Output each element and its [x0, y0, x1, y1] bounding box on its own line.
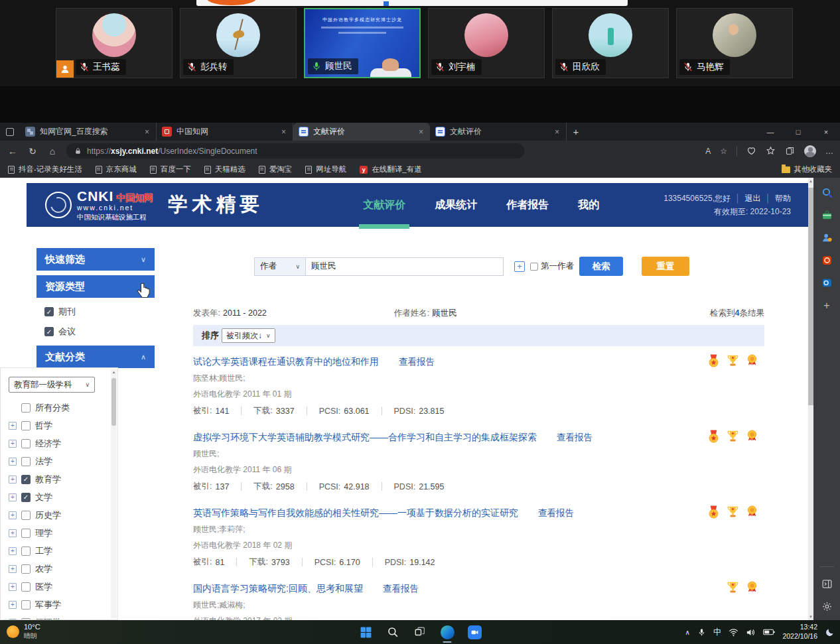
participant-tile-tianxinxin[interactable]: 田欣欣 [552, 8, 669, 78]
category-item[interactable]: +✓文学 [9, 491, 117, 503]
expand-icon[interactable]: + [9, 458, 17, 466]
reset-button[interactable]: 重置 [642, 257, 689, 276]
start-button[interactable] [358, 624, 374, 640]
page-scrollbar[interactable]: ▲ ▼ [808, 178, 813, 620]
settings-gear-icon[interactable] [821, 601, 833, 612]
task-view-button[interactable] [412, 624, 428, 640]
checkbox[interactable]: ✓ [21, 600, 31, 610]
tab-close-icon[interactable]: × [143, 127, 151, 137]
resource-option-journal[interactable]: ✓ 期刊 [44, 306, 155, 318]
profile-avatar-icon[interactable] [804, 145, 816, 157]
category-scrollbar[interactable]: ▲ [111, 369, 117, 618]
bookmark-item[interactable]: 网址导航 [305, 164, 346, 174]
edge-browser-button[interactable] [439, 624, 455, 640]
first-author-checkbox[interactable]: 第一作者 [530, 261, 574, 272]
taxonomy-select[interactable]: 教育部一级学科 ∨ [9, 377, 95, 393]
expand-icon[interactable]: + [9, 547, 17, 555]
close-icon[interactable]: × [812, 123, 840, 141]
participant-tile-gushimin[interactable]: 中国外语教学多模态研究博士沙龙 顾世民 [304, 8, 421, 78]
search-field-select[interactable]: 作者 ∨ [254, 257, 306, 276]
result-title-link[interactable]: 虚拟学习环境下大学英语辅助教学模式研究——合作学习和自主学习的集成框架探索 [193, 432, 537, 442]
sidebar-search-icon[interactable] [821, 187, 833, 198]
hidden-icons-chevron[interactable]: ∧ [685, 629, 690, 636]
bookmark-item[interactable]: 天猫精选 [204, 164, 245, 174]
expand-icon[interactable]: + [9, 565, 17, 573]
sidebar-add-icon[interactable]: + [823, 300, 829, 312]
speaker-icon[interactable] [746, 628, 756, 637]
bookmark-item[interactable]: 爱淘宝 [259, 164, 293, 174]
taskbar-clock[interactable]: 13:42 2022/10/16 [782, 623, 817, 641]
doc-category-header[interactable]: 文献分类 ∧ [36, 346, 155, 368]
category-item[interactable]: +✓军事学 [9, 599, 117, 610]
category-item[interactable]: +✓医学 [9, 581, 117, 592]
search-input[interactable] [306, 257, 504, 276]
checkbox[interactable]: ✓ [21, 439, 31, 448]
sidebar-account-icon[interactable] [821, 232, 833, 243]
checkbox[interactable]: ✓ [21, 547, 31, 556]
category-item[interactable]: +✓农学 [9, 563, 117, 574]
expand-icon[interactable]: + [9, 440, 17, 448]
add-condition-icon[interactable]: + [514, 261, 525, 272]
url-field[interactable]: https://xsjy.cnki.net/UserIndex/SingleDo… [66, 143, 524, 159]
participant-tile-liuyunan[interactable]: 刘宇楠 [428, 8, 545, 78]
expand-icon[interactable]: + [9, 583, 17, 591]
add-favorite-icon[interactable]: ☆ [720, 147, 727, 156]
expand-icon[interactable]: + [9, 476, 17, 483]
category-item[interactable]: +✓教育学 [9, 474, 117, 485]
tab-close-icon[interactable]: × [553, 127, 561, 137]
expand-icon[interactable]: + [9, 422, 17, 430]
category-item[interactable]: +✓法学 [9, 456, 117, 467]
home-icon[interactable]: ⌂ [46, 146, 58, 157]
expand-icon[interactable]: + [9, 493, 17, 501]
browser-tab[interactable]: 中国知网 × [157, 123, 293, 141]
scroll-up-icon[interactable]: ▲ [111, 370, 117, 374]
sidebar-office-icon[interactable] [821, 255, 833, 266]
view-report-link[interactable]: 查看报告 [557, 432, 593, 442]
wifi-icon[interactable] [729, 628, 738, 637]
new-tab-button[interactable]: + [567, 126, 585, 137]
checkbox[interactable]: ✓ [44, 307, 54, 316]
category-item[interactable]: ✓所有分类 [9, 402, 117, 413]
scrollbar-thumb[interactable] [808, 188, 813, 405]
view-report-link[interactable]: 查看报告 [383, 584, 419, 594]
ime-indicator[interactable]: 中 [713, 627, 722, 638]
result-title-link[interactable]: 试论大学英语课程在通识教育中的地位和作用 [193, 356, 379, 367]
expand-icon[interactable]: + [9, 511, 17, 519]
checkbox[interactable]: ✓ [21, 529, 31, 538]
checkbox[interactable]: ✓ [21, 564, 31, 574]
category-item[interactable]: +✓哲学 [9, 420, 117, 431]
resource-option-conference[interactable]: ✓ 会议 [44, 326, 155, 338]
collections-icon[interactable] [785, 146, 795, 156]
browser-tab[interactable]: 知网官网_百度搜索 × [20, 123, 157, 141]
maximize-icon[interactable]: □ [784, 123, 812, 141]
tab-close-icon[interactable]: × [280, 127, 287, 137]
category-item[interactable]: +✓历史学 [9, 509, 117, 521]
sort-select[interactable]: 被引频次↓ ∨ [222, 328, 275, 343]
checkbox[interactable]: ✓ [21, 493, 31, 502]
view-report-link[interactable]: 查看报告 [538, 508, 574, 518]
other-bookmarks-folder[interactable]: 其他收藏夹 [782, 164, 833, 174]
checkbox[interactable]: ✓ [21, 457, 31, 466]
tray-mic-icon[interactable] [697, 628, 706, 637]
read-aloud-icon[interactable]: A [705, 147, 711, 156]
search-button[interactable]: 检索 [579, 257, 623, 276]
result-title-link[interactable]: 国内语言学习策略研究:回顾、思考和展望 [193, 583, 363, 594]
category-item[interactable]: +✓理学 [9, 527, 117, 539]
expand-icon[interactable]: + [9, 601, 17, 609]
view-report-link[interactable]: 查看报告 [399, 357, 435, 367]
category-item[interactable]: +✓工学 [9, 545, 117, 556]
participant-tile-pengbingzhuan[interactable]: 彭兵转 [180, 8, 297, 78]
scroll-down-icon[interactable]: ▼ [808, 615, 813, 619]
scroll-up-icon[interactable]: ▲ [808, 179, 813, 183]
checkbox[interactable]: ✓ [44, 327, 54, 336]
tab-close-icon[interactable]: × [417, 127, 425, 137]
sidebar-panel-icon[interactable] [821, 578, 833, 590]
help-link[interactable]: 帮助 [775, 194, 791, 203]
participant-tile-mayanhui[interactable]: 马艳辉 [676, 8, 793, 78]
bookmark-item-youdao[interactable]: y在线翻译_有道 [360, 164, 421, 174]
vertical-tabs-button[interactable] [0, 123, 20, 141]
weather-widget[interactable]: 10°C 晴朗 [7, 622, 40, 641]
night-mode-moon-icon[interactable] [825, 627, 835, 637]
checkbox[interactable]: ✓ [21, 582, 31, 592]
checkbox[interactable]: ✓ [21, 475, 31, 484]
